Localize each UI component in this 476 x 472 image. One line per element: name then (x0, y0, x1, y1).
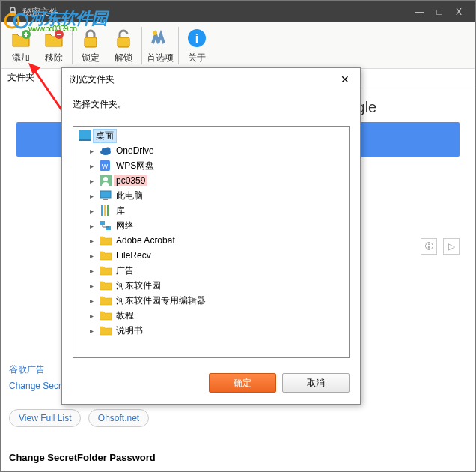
tree-item-label: 说明书 (114, 324, 145, 337)
play-icon[interactable]: ▷ (443, 238, 460, 255)
svg-rect-24 (104, 205, 106, 216)
lock-button[interactable]: 锁定 (74, 25, 107, 66)
folder-icon (99, 264, 112, 276)
remove-icon (42, 26, 66, 50)
svg-line-10 (31, 66, 64, 114)
folder-icon (99, 324, 112, 336)
cloud-icon (99, 145, 112, 157)
close-button[interactable]: X (449, 4, 469, 19)
tree-root[interactable]: 桌面 (75, 128, 347, 143)
folder-icon (99, 294, 112, 306)
wps-icon: W (99, 160, 112, 172)
lock-icon (7, 7, 18, 17)
user-icon (99, 175, 112, 187)
toolbar: 添加 移除 锁定 解锁 首选项 i 关于 (1, 22, 475, 69)
remove-button[interactable]: 移除 (37, 25, 70, 66)
unlock-button[interactable]: 解锁 (107, 25, 140, 66)
titlebar: 秘密文件 — □ X (1, 1, 475, 22)
add-icon (9, 26, 33, 50)
svg-point-7 (153, 31, 157, 35)
about-button[interactable]: i 关于 (180, 25, 213, 66)
add-button[interactable]: 添加 (4, 25, 37, 66)
expand-arrow-icon[interactable]: ▸ (90, 312, 99, 320)
ohsoft-link[interactable]: Ohsoft.net (88, 409, 149, 427)
mute-icon[interactable]: 🛈 (421, 238, 437, 255)
tree-item-label: 此电脑 (114, 190, 145, 202)
expand-arrow-icon[interactable]: ▸ (90, 177, 99, 185)
tree-item-label: 教程 (114, 309, 136, 322)
tree-item[interactable]: ▸网络 (75, 218, 347, 233)
svg-rect-2 (10, 11, 16, 16)
expand-arrow-icon[interactable]: ▸ (90, 297, 99, 305)
maximize-button[interactable]: □ (430, 4, 449, 19)
folder-icon (99, 279, 112, 291)
expand-arrow-icon[interactable]: ▸ (90, 327, 99, 335)
tree-item-label: WPS网盘 (114, 160, 156, 172)
net-icon (99, 220, 112, 232)
gear-icon (148, 26, 172, 50)
folder-tree[interactable]: 桌面 ▸OneDrive▸WWPS网盘▸pc0359▸此电脑▸库▸网络▸Adob… (73, 126, 350, 358)
tree-item-label: 网络 (114, 220, 136, 232)
tree-item[interactable]: ▸OneDrive (75, 143, 347, 158)
svg-text:i: i (195, 32, 198, 45)
tree-item[interactable]: ▸河东软件园专用编辑器 (75, 293, 347, 308)
info-icon: i (185, 26, 209, 50)
folder-icon (99, 309, 112, 321)
tree-item-label: 库 (114, 205, 127, 217)
svg-rect-6 (118, 37, 129, 47)
window-title: 秘密文件 (22, 6, 58, 19)
svg-point-20 (103, 177, 108, 181)
expand-arrow-icon[interactable]: ▸ (90, 207, 99, 215)
view-full-list-button[interactable]: View Full List (9, 409, 81, 427)
expand-arrow-icon[interactable]: ▸ (90, 237, 99, 245)
svg-rect-22 (103, 199, 108, 200)
expand-arrow-icon[interactable]: ▸ (90, 282, 99, 290)
dialog-instruction: 选择文件夹。 (62, 91, 360, 118)
tree-item[interactable]: ▸教程 (75, 308, 347, 323)
unlock-icon (112, 26, 135, 50)
tree-item-label: OneDrive (114, 145, 156, 156)
tree-item[interactable]: ▸河东软件园 (75, 278, 347, 293)
dialog-close-button[interactable]: ✕ (338, 73, 353, 85)
expand-arrow-icon[interactable]: ▸ (90, 147, 99, 155)
expand-arrow-icon[interactable]: ▸ (90, 267, 99, 275)
tree-item[interactable]: ▸WWPS网盘 (75, 158, 347, 173)
pc-icon (99, 190, 112, 202)
tree-item[interactable]: ▸此电脑 (75, 188, 347, 203)
expand-arrow-icon[interactable]: ▸ (90, 222, 99, 230)
svg-point-16 (106, 148, 111, 153)
cancel-button[interactable]: 取消 (282, 373, 350, 393)
tree-item[interactable]: ▸广告 (75, 263, 347, 278)
expand-arrow-icon[interactable]: ▸ (90, 252, 99, 260)
folder-icon (99, 235, 112, 246)
tree-item[interactable]: ▸说明书 (75, 323, 347, 338)
minimize-button[interactable]: — (410, 4, 430, 19)
lock-icon (79, 26, 103, 50)
tree-item-label: 广告 (114, 264, 136, 277)
svg-rect-26 (100, 221, 105, 225)
svg-rect-13 (79, 139, 91, 141)
browse-folder-dialog: 浏览文件夹 ✕ 选择文件夹。 桌面 ▸OneDrive▸WWPS网盘▸pc035… (61, 67, 361, 405)
svg-rect-12 (79, 130, 91, 139)
expand-arrow-icon[interactable]: ▸ (90, 192, 99, 200)
tree-item[interactable]: ▸库 (75, 203, 347, 218)
tree-item-label: FileRecv (114, 250, 153, 261)
ad-small-icons: 🛈 ▷ (421, 238, 460, 255)
tree-item[interactable]: ▸pc0359 (75, 173, 347, 188)
svg-rect-23 (101, 205, 103, 216)
folder-icon (99, 249, 112, 261)
svg-marker-11 (28, 63, 40, 75)
tree-item[interactable]: ▸Adobe Acrobat (75, 233, 347, 248)
svg-rect-21 (100, 191, 111, 198)
desktop-icon (78, 130, 91, 142)
tree-item-label: Adobe Acrobat (114, 235, 177, 246)
tree-item[interactable]: ▸FileRecv (75, 248, 347, 263)
expand-arrow-icon[interactable]: ▸ (90, 162, 99, 170)
ok-button[interactable]: 确定 (209, 373, 276, 393)
tree-item-label: pc0359 (114, 175, 147, 186)
svg-rect-25 (107, 205, 109, 216)
preferences-button[interactable]: 首选项 (144, 25, 177, 66)
lib-icon (99, 205, 112, 217)
change-password-label: Change SecretFolder Password (9, 452, 156, 463)
dialog-title: 浏览文件夹 (70, 73, 115, 86)
